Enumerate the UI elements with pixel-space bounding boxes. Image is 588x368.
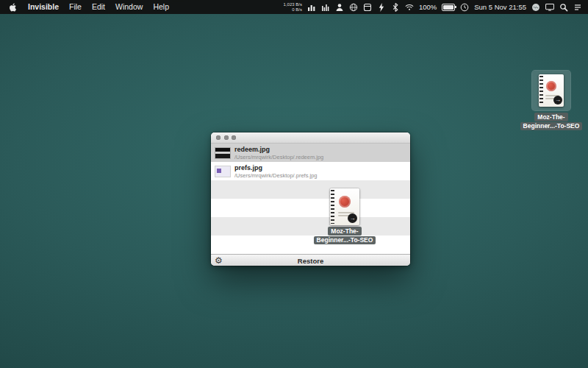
network-throughput[interactable]: 1,023 B/s 0 B/s [284, 2, 302, 13]
file-thumbnail-prefs [215, 166, 230, 177]
network-up-rate: 1,023 B/s [284, 2, 302, 7]
restore-button[interactable]: Restore [298, 257, 323, 265]
label-line: Beginner...-To-SEO [314, 236, 376, 245]
close-button[interactable] [216, 135, 220, 140]
window-titlebar[interactable] [211, 132, 410, 144]
globe-icon[interactable] [349, 3, 358, 12]
bolt-icon[interactable] [377, 3, 386, 12]
spiral-binding [331, 190, 334, 224]
box-icon[interactable] [363, 3, 372, 12]
arrow-badge-icon [553, 96, 562, 105]
minimize-button[interactable] [224, 135, 229, 140]
menu-file[interactable]: File [64, 0, 87, 14]
menu-edit[interactable]: Edit [87, 0, 110, 14]
notification-center-icon[interactable] [573, 3, 582, 12]
bluetooth-icon[interactable] [391, 3, 400, 12]
window-toolbar: Restore [211, 254, 410, 266]
file-path: /Users/mrqwirk/Desktop/.redeem.jpg [234, 154, 323, 160]
menu-help[interactable]: Help [148, 0, 174, 14]
spiral-binding [539, 76, 543, 105]
list-item-redeem[interactable]: redeem.jpg /Users/mrqwirk/Desktop/.redee… [211, 144, 410, 162]
file-name: prefs.jpg [234, 164, 318, 172]
file-thumbnail-redeem [215, 148, 230, 158]
invisible-window: redeem.jpg /Users/mrqwirk/Desktop/.redee… [211, 132, 410, 266]
moz-logo-badge [339, 196, 351, 208]
menu-bar: Invisible File Edit Window Help 1,023 B/… [0, 0, 588, 14]
file-name: redeem.jpg [234, 146, 323, 154]
desktop-icon-moz-seo[interactable]: Moz-The- Beginner...-To-SEO [519, 71, 584, 130]
gear-icon[interactable] [215, 255, 223, 266]
app-menu-invisible[interactable]: Invisible [23, 0, 64, 14]
dragged-file[interactable]: Moz-The- Beginner...-To-SEO [299, 188, 390, 244]
arrow-badge-icon [348, 213, 357, 223]
label-line: Beginner...-To-SEO [520, 122, 583, 131]
list-item-prefs[interactable]: prefs.jpg /Users/mrqwirk/Desktop/.prefs.… [211, 162, 410, 180]
menubar-clock[interactable]: Sun 5 Nov 21:55 [474, 3, 526, 11]
zoom-button[interactable] [232, 135, 236, 140]
menu-bar-status-area: 1,023 B/s 0 B/s [284, 2, 584, 13]
moz-logo-badge [546, 81, 556, 91]
battery-percent: 100% [419, 3, 437, 11]
dragged-file-label: Moz-The- Beginner...-To-SEO [314, 227, 376, 244]
menu-window[interactable]: Window [110, 0, 148, 14]
label-line: Moz-The- [534, 113, 567, 121]
desktop-icon-label: Moz-The- Beginner...-To-SEO [520, 113, 583, 130]
display-icon[interactable] [545, 3, 554, 12]
notebook-document-icon [330, 188, 359, 225]
meter-icon[interactable] [321, 3, 330, 12]
desktop-icon-selection [532, 71, 570, 110]
file-path: /Users/mrqwirk/Desktop/.prefs.jpg [234, 172, 318, 179]
battery-icon[interactable] [442, 4, 455, 11]
person-icon[interactable] [335, 3, 344, 12]
chart-icon[interactable] [307, 3, 316, 12]
notebook-document-icon [539, 74, 564, 107]
network-down-rate: 0 B/s [292, 7, 302, 13]
spotlight-icon[interactable] [559, 3, 568, 12]
label-line: Moz-The- [328, 227, 361, 236]
wifi-icon[interactable] [405, 3, 414, 12]
clock-icon[interactable] [460, 3, 469, 12]
apple-icon [9, 3, 17, 12]
siri-icon[interactable] [531, 3, 540, 12]
desktop: Invisible File Edit Window Help 1,023 B/… [0, 0, 588, 368]
apple-menu[interactable] [4, 3, 23, 12]
